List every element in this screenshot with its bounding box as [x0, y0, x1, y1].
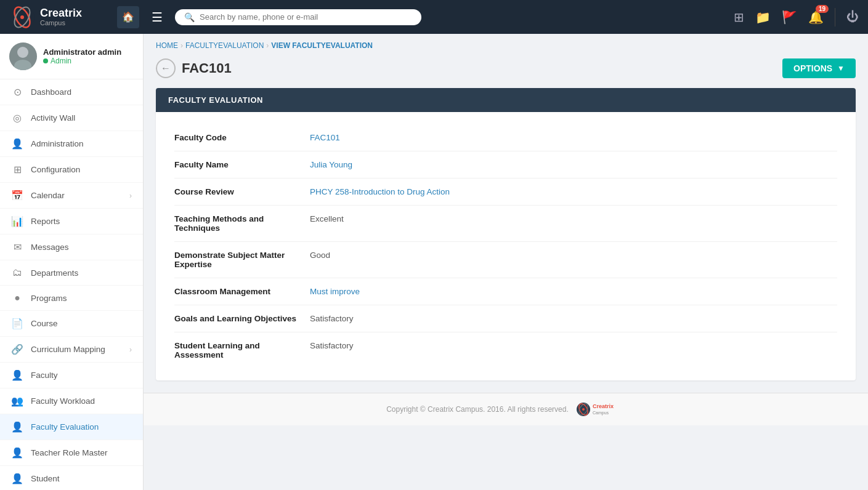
sidebar-item-activity-wall[interactable]: ◎ Activity Wall — [0, 105, 143, 131]
breadcrumb-home[interactable]: HOME — [156, 41, 178, 50]
sidebar-item-departments[interactable]: 🗂 Departments — [0, 260, 143, 286]
search-input[interactable] — [200, 12, 412, 22]
breadcrumb-faculty-eval[interactable]: FACULTYEVALUATION — [185, 41, 264, 50]
page-header: ← FAC101 OPTIONS ▼ — [144, 54, 868, 88]
sidebar-item-teacher-role[interactable]: 👤 Teacher Role Master — [0, 440, 143, 466]
teacher-role-icon: 👤 — [11, 447, 23, 459]
page-title: FAC101 — [182, 60, 232, 76]
svg-point-5 — [17, 47, 28, 58]
online-indicator — [43, 58, 48, 63]
svg-point-10 — [582, 408, 585, 411]
topbar-divider — [835, 8, 835, 26]
page-title-area: ← FAC101 — [156, 58, 232, 78]
sidebar-item-course[interactable]: 📄 Course — [0, 311, 143, 337]
sidebar-item-reports[interactable]: 📊 Reports — [0, 209, 143, 235]
sidebar-label-evaluation: Faculty Evaluation — [31, 422, 132, 432]
topbar: Creatrix Campus 🏠 ☰ 🔍 ⊞ 📁 🚩 🔔 19 ⏻ — [0, 0, 868, 34]
eval-value-teaching-methods: Excellent — [298, 214, 837, 223]
home-button[interactable]: 🏠 — [117, 6, 139, 28]
notification-icon[interactable]: 🔔 19 — [808, 10, 824, 25]
departments-icon: 🗂 — [11, 267, 23, 278]
eval-row-faculty-name: Faculty Name Julia Young — [174, 151, 837, 179]
user-profile: Administrator admin Admin — [0, 34, 143, 79]
eval-value-faculty-code: FAC101 — [298, 133, 837, 142]
eval-label-goals: Goals and Learning Objectives — [174, 314, 298, 323]
footer: Copyright © Creatrix Campus. 2016. All r… — [144, 393, 868, 425]
eval-value-goals: Satisfactory — [298, 314, 837, 323]
faculty-icon: 👤 — [11, 369, 23, 381]
chevron-right-icon-2: › — [129, 345, 132, 354]
avatar — [9, 42, 37, 70]
user-name: Administrator admin — [43, 47, 121, 57]
sidebar: Administrator admin Admin ⊙ Dashboard ◎ … — [0, 34, 144, 490]
options-label: OPTIONS — [793, 63, 832, 73]
programs-icon: ● — [11, 292, 23, 303]
breadcrumb: HOME › FACULTYEVALUATION › VIEW FACULTYE… — [144, 34, 868, 54]
eval-value-faculty-name: Julia Young — [298, 160, 837, 169]
main-content: HOME › FACULTYEVALUATION › VIEW FACULTYE… — [144, 34, 868, 490]
sidebar-label-reports: Reports — [31, 217, 132, 226]
breadcrumb-sep-2: › — [266, 41, 269, 50]
curriculum-icon: 🔗 — [11, 343, 23, 355]
options-button[interactable]: OPTIONS ▼ — [782, 58, 856, 78]
folder-icon[interactable]: 📁 — [755, 10, 771, 25]
course-icon: 📄 — [11, 318, 23, 329]
sidebar-item-administration[interactable]: 👤 Administration — [0, 131, 143, 157]
sidebar-label-config: Configuration — [31, 165, 132, 174]
messages-icon: ✉ — [11, 241, 23, 253]
eval-row-student-learning: Student Learning and Assessment Satisfac… — [174, 332, 837, 368]
notification-badge: 19 — [816, 5, 829, 13]
sidebar-item-dashboard[interactable]: ⊙ Dashboard — [0, 79, 143, 105]
evaluation-icon: 👤 — [11, 421, 23, 433]
search-icon: 🔍 — [184, 12, 195, 22]
sidebar-label-departments: Departments — [31, 268, 132, 278]
sidebar-item-messages[interactable]: ✉ Messages — [0, 235, 143, 260]
sidebar-item-faculty-evaluation[interactable]: 👤 Faculty Evaluation — [0, 414, 143, 440]
power-icon[interactable]: ⏻ — [846, 10, 859, 24]
eval-value-classroom-mgmt: Must improve — [298, 287, 837, 296]
sidebar-item-faculty-workload[interactable]: 👥 Faculty Workload — [0, 388, 143, 414]
sidebar-item-configuration[interactable]: ⊞ Configuration — [0, 157, 143, 183]
eval-label-student-learning: Student Learning and Assessment — [174, 341, 298, 359]
config-icon: ⊞ — [11, 164, 23, 175]
logo-text-area: Creatrix Campus — [40, 7, 82, 27]
sidebar-item-curriculum[interactable]: 🔗 Curriculum Mapping › — [0, 337, 143, 363]
sidebar-item-programs[interactable]: ● Programs — [0, 286, 143, 311]
eval-row-classroom-mgmt: Classroom Management Must improve — [174, 278, 837, 305]
sidebar-item-faculty[interactable]: 👤 Faculty — [0, 363, 143, 388]
eval-row-faculty-code: Faculty Code FAC101 — [174, 124, 837, 151]
evaluation-card: FACULTY EVALUATION Faculty Code FAC101 F… — [156, 88, 856, 380]
sidebar-label-course: Course — [31, 319, 132, 328]
logo-sub: Campus — [40, 19, 82, 26]
eval-value-student-learning: Satisfactory — [298, 341, 837, 350]
reports-icon: 📊 — [11, 215, 23, 227]
eval-row-goals: Goals and Learning Objectives Satisfacto… — [174, 305, 837, 332]
sidebar-label-workload: Faculty Workload — [31, 396, 132, 406]
footer-text: Copyright © Creatrix Campus. 2016. All r… — [386, 405, 569, 414]
topbar-right: ⊞ 📁 🚩 🔔 19 ⏻ — [734, 8, 859, 26]
dashboard-icon: ⊙ — [11, 86, 23, 98]
eval-row-teaching-methods: Teaching Methods and Techniques Excellen… — [174, 206, 837, 242]
sidebar-item-calendar[interactable]: 📅 Calendar › — [0, 183, 143, 209]
footer-logo: Creatrix Campus — [576, 402, 625, 417]
chevron-right-icon: › — [129, 191, 132, 200]
student-icon: 👤 — [11, 473, 23, 484]
sidebar-label-faculty: Faculty — [31, 371, 132, 380]
logo-brand: Creatrix — [40, 7, 82, 20]
sidebar-label-messages: Messages — [31, 243, 132, 252]
eval-value-subject-matter: Good — [298, 251, 837, 260]
sidebar-item-student[interactable]: 👤 Student — [0, 466, 143, 490]
flag-icon[interactable]: 🚩 — [782, 10, 797, 25]
eval-label-faculty-name: Faculty Name — [174, 160, 298, 169]
logo-icon — [9, 4, 35, 30]
svg-point-3 — [20, 15, 24, 19]
eval-label-classroom-mgmt: Classroom Management — [174, 287, 298, 296]
sidebar-label-dashboard: Dashboard — [31, 87, 132, 97]
card-header: FACULTY EVALUATION — [156, 88, 856, 112]
eval-label-subject-matter: Demonstrate Subject Matter Expertise — [174, 251, 298, 269]
breadcrumb-sep-1: › — [180, 41, 183, 50]
workload-icon: 👥 — [11, 395, 23, 407]
menu-button[interactable]: ☰ — [148, 7, 166, 28]
grid-icon[interactable]: ⊞ — [734, 10, 744, 25]
back-button[interactable]: ← — [156, 58, 176, 78]
